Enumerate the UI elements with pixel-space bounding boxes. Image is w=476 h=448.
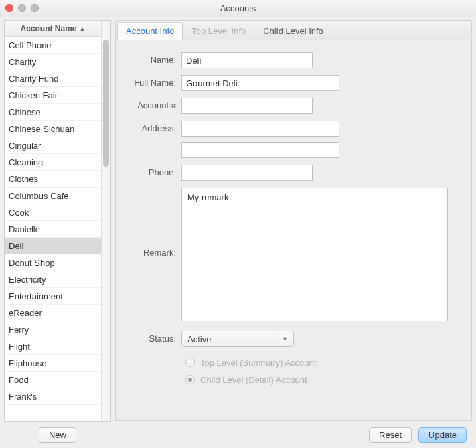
window-body: Account Name ▲ Cell PhoneCharityCharity … (0, 17, 476, 448)
account-list[interactable]: Cell PhoneCharityCharity FundChicken Fai… (5, 37, 101, 421)
footer-buttons: Reset Update (115, 421, 472, 443)
name-field[interactable] (181, 52, 313, 68)
list-item[interactable]: Deli (5, 238, 101, 254)
full-name-field[interactable] (181, 75, 339, 91)
minimize-icon[interactable] (18, 4, 26, 12)
account-list-column: Account Name ▲ Cell PhoneCharityCharity … (5, 21, 101, 421)
list-item[interactable]: Frank's (5, 388, 101, 405)
tab-top-level-info: Top Level Info (183, 22, 254, 40)
label-full-name: Full Name: (121, 75, 181, 88)
list-item[interactable]: Charity (5, 54, 101, 70)
radio-child-level-icon (185, 375, 195, 384)
list-item[interactable]: Columbus Cafe (5, 188, 101, 204)
list-item[interactable]: Danielle (5, 221, 101, 238)
label-address: Address: (121, 121, 181, 133)
window-title: Accounts (0, 3, 476, 13)
radio-top-level-icon (185, 358, 195, 367)
status-select-value: Active (187, 334, 211, 344)
scrollbar-thumb[interactable] (103, 40, 109, 167)
list-item[interactable]: Cell Phone (5, 37, 101, 54)
list-item[interactable]: Food (5, 372, 101, 388)
new-button[interactable]: New (39, 427, 76, 443)
maximize-icon[interactable] (31, 4, 39, 12)
remark-field[interactable] (181, 188, 448, 321)
radio-top-level: Top Level (Summary) Account (185, 354, 459, 371)
radio-top-level-label: Top Level (Summary) Account (200, 358, 316, 368)
list-item[interactable]: Clothes (5, 171, 101, 188)
list-item[interactable]: Entertainment (5, 288, 101, 305)
list-item[interactable]: Chinese (5, 104, 101, 121)
list-item[interactable]: Chinese Sichuan (5, 121, 101, 137)
new-button-wrap: New (4, 422, 111, 443)
list-item[interactable]: Chicken Fair (5, 87, 101, 104)
detail-panel: Account InfoTop Level InfoChild Level In… (115, 20, 472, 443)
account-number-field[interactable] (181, 98, 313, 114)
status-select[interactable]: Active ▼ (181, 331, 294, 347)
tab-bar: Account InfoTop Level InfoChild Level In… (115, 20, 472, 40)
label-name: Name: (121, 52, 181, 65)
list-item[interactable]: Flight (5, 338, 101, 355)
address-line2-field[interactable] (181, 142, 339, 158)
scrollbar[interactable] (101, 21, 110, 421)
list-item[interactable]: eReader (5, 305, 101, 321)
radio-child-level-label: Child Level (Detail) Account (200, 375, 307, 385)
chevron-down-icon: ▼ (282, 335, 288, 342)
list-item[interactable]: Charity Fund (5, 70, 101, 87)
list-item[interactable]: Ferry (5, 321, 101, 338)
list-item[interactable]: Fliphouse (5, 355, 101, 372)
list-item[interactable]: Electricity (5, 271, 101, 288)
titlebar: Accounts (0, 0, 476, 17)
close-icon[interactable] (5, 4, 13, 12)
list-item[interactable]: Donut Shop (5, 254, 101, 271)
tab-account-info[interactable]: Account Info (117, 22, 183, 40)
reset-button[interactable]: Reset (369, 427, 412, 443)
account-list-header[interactable]: Account Name ▲ (5, 21, 101, 37)
list-item[interactable]: Cingular (5, 137, 101, 154)
update-button[interactable]: Update (418, 427, 467, 443)
label-remark: Remark: (121, 188, 181, 258)
list-item[interactable]: Cleaning (5, 154, 101, 171)
account-list-header-label: Account Name (21, 24, 77, 33)
sidebar: Account Name ▲ Cell PhoneCharityCharity … (4, 20, 111, 443)
tab-account-info-body: Name: Full Name: Account # Address: (115, 40, 472, 421)
radio-child-level: Child Level (Detail) Account (185, 371, 459, 388)
accounts-window: Accounts Account Name ▲ Cell PhoneCharit… (0, 0, 476, 448)
label-phone: Phone: (121, 165, 181, 177)
label-account-number: Account # (121, 98, 181, 110)
label-status: Status: (121, 331, 181, 344)
sort-asc-icon: ▲ (80, 25, 86, 32)
traffic-lights (5, 4, 39, 12)
address-line1-field[interactable] (181, 121, 339, 137)
phone-field[interactable] (181, 165, 313, 181)
tab-child-level-info[interactable]: Child Level Info (254, 22, 332, 40)
account-list-wrap: Account Name ▲ Cell PhoneCharityCharity … (4, 20, 111, 422)
list-item[interactable]: Cook (5, 204, 101, 221)
